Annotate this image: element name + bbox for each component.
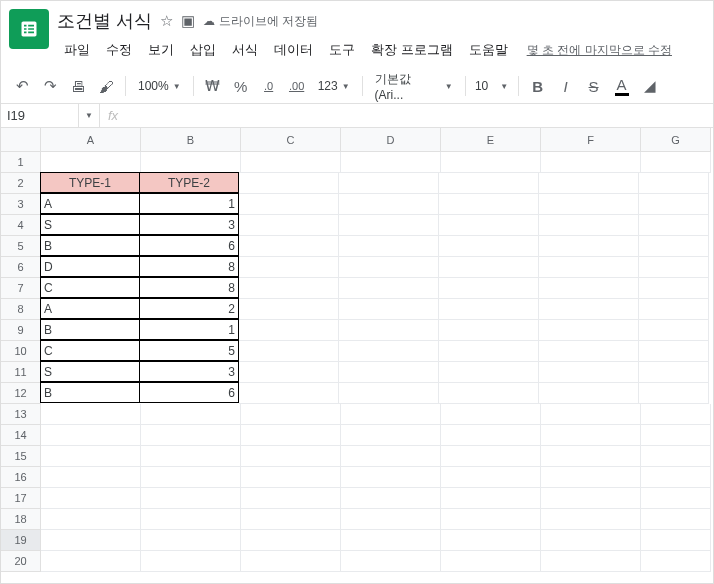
redo-button[interactable]: ↷ [37,73,63,99]
cell[interactable] [341,551,441,572]
fill-color-button[interactable]: ◢ [637,73,663,99]
cell[interactable] [241,530,341,551]
cell[interactable] [341,425,441,446]
menu-file[interactable]: 파일 [57,37,97,63]
cell[interactable] [541,152,641,173]
cell[interactable] [341,530,441,551]
cell[interactable] [541,404,641,425]
cell[interactable] [41,152,141,173]
cell[interactable]: 5 [139,340,239,361]
cell[interactable] [141,404,241,425]
cell[interactable]: S [40,214,140,235]
row-header[interactable]: 2 [1,173,41,194]
cell[interactable] [439,173,539,194]
decrease-decimal-button[interactable]: .0 [256,73,282,99]
cell[interactable] [339,257,439,278]
cell[interactable] [539,383,639,404]
menu-help[interactable]: 도움말 [462,37,515,63]
column-header[interactable]: G [641,128,711,152]
column-header[interactable]: A [41,128,141,152]
text-color-button[interactable]: A [609,73,635,99]
cell[interactable] [239,173,339,194]
move-icon[interactable]: ▣ [181,12,195,30]
cell[interactable]: TYPE-1 [40,172,140,193]
cell[interactable] [441,425,541,446]
cell[interactable] [239,362,339,383]
cell[interactable] [141,509,241,530]
row-header[interactable]: 13 [1,404,41,425]
cell[interactable] [439,341,539,362]
cell[interactable] [441,152,541,173]
cell[interactable] [441,467,541,488]
cell[interactable] [441,509,541,530]
cell[interactable] [639,383,709,404]
cell[interactable] [239,236,339,257]
menu-insert[interactable]: 삽입 [183,37,223,63]
paint-format-button[interactable]: 🖌 [93,73,119,99]
cell[interactable] [241,551,341,572]
cell[interactable] [539,320,639,341]
cell[interactable] [641,467,711,488]
cell[interactable] [41,404,141,425]
column-header[interactable]: E [441,128,541,152]
cell[interactable] [641,509,711,530]
cell[interactable] [141,152,241,173]
cell[interactable] [239,257,339,278]
cell[interactable] [339,362,439,383]
cell[interactable] [239,383,339,404]
cell[interactable] [239,278,339,299]
cell[interactable] [439,257,539,278]
cell[interactable] [439,215,539,236]
cell[interactable] [441,404,541,425]
cell[interactable] [241,467,341,488]
cell[interactable] [239,341,339,362]
cell[interactable] [339,236,439,257]
cell[interactable]: C [40,277,140,298]
row-header[interactable]: 3 [1,194,41,215]
cell[interactable] [539,278,639,299]
cell[interactable] [439,383,539,404]
row-header[interactable]: 1 [1,152,41,173]
cell[interactable]: A [40,298,140,319]
cell[interactable] [541,425,641,446]
cell[interactable] [339,278,439,299]
strikethrough-button[interactable]: S [581,73,607,99]
cell[interactable] [141,467,241,488]
cell[interactable] [641,446,711,467]
column-header[interactable]: D [341,128,441,152]
document-title[interactable]: 조건별 서식 [57,9,152,33]
print-button[interactable]: 🖶 [65,73,91,99]
row-header[interactable]: 17 [1,488,41,509]
cell[interactable] [541,509,641,530]
cell[interactable] [639,362,709,383]
row-header[interactable]: 10 [1,341,41,362]
zoom-dropdown[interactable]: 100%▼ [132,73,187,99]
cell[interactable] [641,425,711,446]
cell[interactable] [41,509,141,530]
row-header[interactable]: 4 [1,215,41,236]
cell[interactable] [339,173,439,194]
menu-format[interactable]: 서식 [225,37,265,63]
cell[interactable] [539,236,639,257]
cell[interactable] [41,467,141,488]
cell[interactable]: TYPE-2 [139,172,239,193]
row-header[interactable]: 12 [1,383,41,404]
cell[interactable] [41,488,141,509]
cell[interactable] [441,530,541,551]
cell[interactable] [239,194,339,215]
cell[interactable] [539,173,639,194]
cell[interactable]: 8 [139,256,239,277]
undo-button[interactable]: ↶ [9,73,35,99]
select-all-corner[interactable] [1,128,41,152]
cell[interactable] [541,488,641,509]
cell[interactable]: 3 [139,361,239,382]
cell[interactable] [639,215,709,236]
row-header[interactable]: 15 [1,446,41,467]
row-header[interactable]: 20 [1,551,41,572]
cell[interactable] [41,551,141,572]
last-edit-link[interactable]: 몇 초 전에 마지막으로 수정 [527,42,672,59]
cell[interactable]: D [40,256,140,277]
row-header[interactable]: 5 [1,236,41,257]
row-header[interactable]: 6 [1,257,41,278]
column-header[interactable]: C [241,128,341,152]
